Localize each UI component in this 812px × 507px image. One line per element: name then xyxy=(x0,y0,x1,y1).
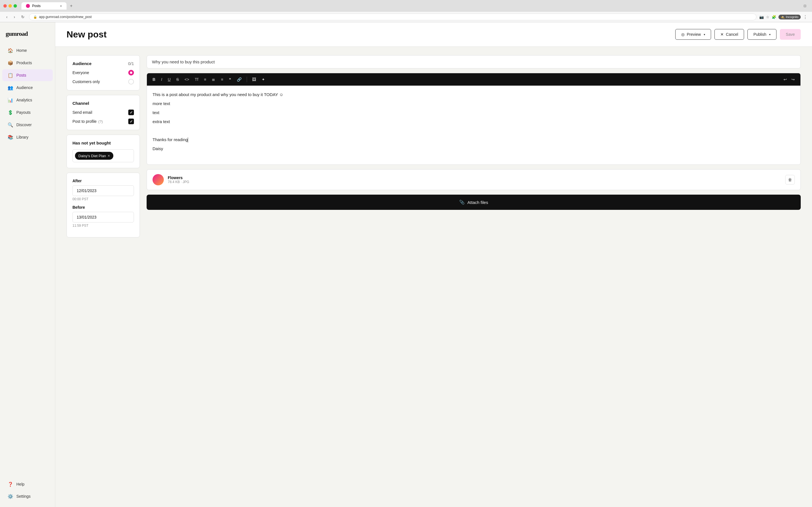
sidebar-item-payouts[interactable]: 💲 Payouts xyxy=(2,107,53,118)
cancel-button[interactable]: ✕ Cancel xyxy=(714,29,744,40)
editor-body[interactable]: This is a post about my product and why … xyxy=(147,86,801,165)
browser-dots xyxy=(3,4,17,8)
everyone-label: Everyone xyxy=(72,70,89,75)
send-email-label: Send email xyxy=(72,110,92,115)
audience-icon: 👥 xyxy=(8,85,13,90)
subject-input[interactable] xyxy=(147,55,801,68)
sidebar-item-analytics[interactable]: 📊 Analytics xyxy=(2,94,53,106)
tag-remove-icon[interactable]: × xyxy=(108,154,110,158)
browser-addressbar: ‹ › ↻ 🔒 app.gumroad.com/posts#new_post 📷… xyxy=(0,12,812,22)
tab-close-icon[interactable]: ✕ xyxy=(60,4,62,8)
underline-button[interactable]: U xyxy=(166,76,172,83)
image-button[interactable]: 🖼 xyxy=(250,76,258,83)
after-form-group: After 00:00 PST xyxy=(72,179,134,201)
editor-line-daisy: Daisy xyxy=(153,145,795,152)
channel-card-title: Channel xyxy=(72,101,134,106)
help-icon: ❓ xyxy=(8,482,13,487)
editor-line-3: text xyxy=(153,109,795,116)
sidebar-item-audience[interactable]: 👥 Audience xyxy=(2,82,53,94)
customers-radio[interactable] xyxy=(128,79,134,84)
minimize-dot[interactable] xyxy=(8,4,12,8)
send-email-checkbox[interactable] xyxy=(128,110,134,115)
editor-line-2: more text xyxy=(153,100,795,107)
channel-checkbox-group: Send email Post to profile (?) xyxy=(72,110,134,124)
content-area: Audience 0/1 Everyone Customers only xyxy=(55,47,812,507)
before-date-input[interactable] xyxy=(72,212,134,223)
preview-label: Preview xyxy=(687,32,701,37)
audience-card: Audience 0/1 Everyone Customers only xyxy=(66,55,140,91)
home-icon: 🏠 xyxy=(8,48,13,53)
address-bar[interactable]: 🔒 app.gumroad.com/posts#new_post xyxy=(29,13,756,20)
publish-chevron-icon: ▾ xyxy=(769,33,770,36)
sparkle-button[interactable]: ✦ xyxy=(260,76,267,83)
sidebar-item-posts[interactable]: 📋 Posts xyxy=(2,69,53,81)
attachment-meta: 78.4 KB · JPG xyxy=(168,180,781,184)
browser-chrome: Posts ✕ + ⊡ ‹ › ↻ 🔒 app.gumroad.com/post… xyxy=(0,0,812,22)
forward-button[interactable]: › xyxy=(12,14,17,20)
audience-card-title: Audience 0/1 xyxy=(72,61,134,66)
lock-icon: 🔒 xyxy=(33,15,37,19)
sidebar-item-label: Posts xyxy=(16,73,26,77)
editor-line-5 xyxy=(153,127,795,134)
italic-button[interactable]: I xyxy=(159,76,164,83)
attachment-delete-button[interactable]: 🗑 xyxy=(785,175,795,184)
text-format-button[interactable]: Tf xyxy=(193,76,200,83)
new-tab-button[interactable]: + xyxy=(68,2,75,10)
code-button[interactable]: <> xyxy=(183,76,191,83)
tab-title: Posts xyxy=(32,4,41,8)
attachment-card: Flowers 78.4 KB · JPG 🗑 xyxy=(147,169,801,190)
editor-line-4: extra text xyxy=(153,118,795,125)
align-button[interactable]: ≡ xyxy=(219,76,225,83)
sidebar-item-label: Library xyxy=(16,135,29,139)
before-form-group: Before 11:59 PST xyxy=(72,205,134,228)
analytics-icon: 📊 xyxy=(8,98,13,103)
sidebar-item-settings[interactable]: ⚙️ Settings xyxy=(2,490,53,502)
attachment-thumbnail xyxy=(153,174,164,185)
undo-button[interactable]: ↩ xyxy=(782,76,789,83)
unordered-list-button[interactable]: ≡ xyxy=(202,76,208,83)
trash-icon: 🗑 xyxy=(788,177,792,182)
customers-label: Customers only xyxy=(72,79,100,84)
preview-button[interactable]: ◎ Preview ▾ xyxy=(675,29,711,40)
save-button[interactable]: Save xyxy=(780,29,801,40)
tab-favicon xyxy=(26,4,30,8)
link-button[interactable]: 🔗 xyxy=(235,76,243,83)
post-to-profile-checkbox[interactable] xyxy=(128,119,134,124)
everyone-radio[interactable] xyxy=(128,70,134,75)
paperclip-icon: 📎 xyxy=(459,200,465,205)
strikethrough-button[interactable]: S xyxy=(174,76,181,83)
toolbar-undo-redo: ↩ ↪ xyxy=(782,76,797,83)
after-date-input[interactable] xyxy=(72,185,134,196)
sidebar-item-products[interactable]: 📦 Products xyxy=(2,57,53,69)
browser-tab-posts[interactable]: Posts ✕ xyxy=(21,2,66,10)
audience-radio-group: Everyone Customers only xyxy=(72,70,134,84)
publish-button[interactable]: Publish ▾ xyxy=(748,29,776,40)
sidebar-item-help[interactable]: ❓ Help xyxy=(2,478,53,490)
maximize-dot[interactable] xyxy=(13,4,17,8)
preview-icon: ◎ xyxy=(681,32,684,37)
redo-button[interactable]: ↪ xyxy=(790,76,797,83)
back-button[interactable]: ‹ xyxy=(4,14,9,20)
discover-icon: 🔍 xyxy=(8,122,13,127)
incognito-icon: 🕵 xyxy=(781,15,784,19)
sidebar-item-discover[interactable]: 🔍 Discover xyxy=(2,119,53,131)
page-header: New post ◎ Preview ▾ ✕ Cancel Publish ▾ … xyxy=(55,22,812,47)
menu-icon[interactable]: ⋮ xyxy=(803,14,808,20)
ordered-list-button[interactable]: ≣ xyxy=(210,76,217,83)
post-to-profile-item: Post to profile (?) xyxy=(72,119,134,124)
extensions-icon: 🧩 xyxy=(772,15,776,19)
cancel-label: Cancel xyxy=(726,32,739,37)
attach-files-button[interactable]: 📎 Attach files xyxy=(147,194,801,210)
close-dot[interactable] xyxy=(3,4,7,8)
editor-container: B I U S <> Tf ≡ ≣ ≡ ❝ 🔗 🖼 ✦ xyxy=(147,73,801,165)
app-container: gumroad 🏠 Home 📦 Products 📋 Posts 👥 Audi… xyxy=(0,22,812,507)
tag-container: Daisy's Diet Plan × xyxy=(72,149,134,162)
editor-toolbar: B I U S <> Tf ≡ ≣ ≡ ❝ 🔗 🖼 ✦ xyxy=(147,73,801,86)
blockquote-button[interactable]: ❝ xyxy=(227,76,233,83)
sidebar-item-library[interactable]: 📚 Library xyxy=(2,131,53,143)
reload-button[interactable]: ↻ xyxy=(19,14,26,20)
sidebar-logo: gumroad xyxy=(0,27,55,44)
sidebar-item-home[interactable]: 🏠 Home xyxy=(2,45,53,56)
bold-button[interactable]: B xyxy=(151,76,157,83)
sidebar-item-label: Audience xyxy=(16,86,33,90)
